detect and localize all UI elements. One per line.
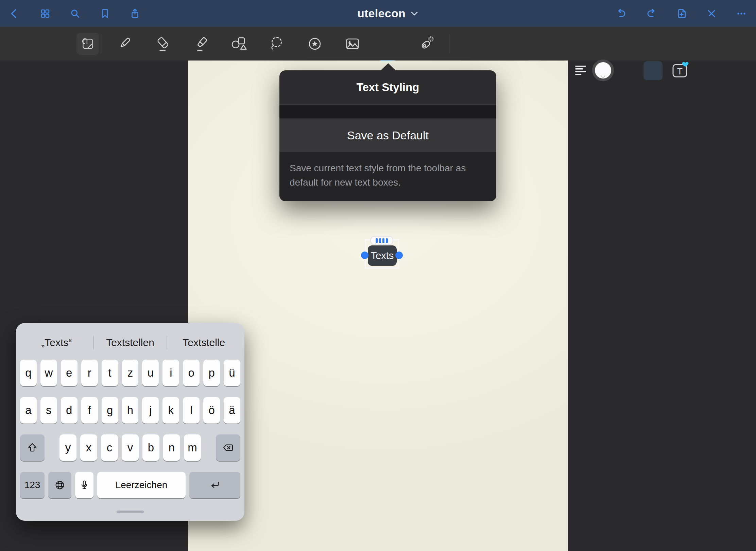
more-ellipsis-icon: [736, 8, 747, 19]
suggestion-bar: „Texts“ Textstellen Textstelle: [20, 333, 240, 352]
tools-toolbar: T HiraginoSans-... 16 T: [0, 27, 756, 61]
toolbar-divider: [101, 34, 101, 53]
suggestion-2[interactable]: Textstelle: [167, 337, 240, 348]
tool-highlight-ghost: [643, 61, 663, 80]
title-chevron-down-icon: [411, 12, 418, 16]
key-s[interactable]: s: [40, 397, 57, 424]
bookmark-button[interactable]: [94, 0, 116, 27]
more-button[interactable]: [731, 0, 752, 27]
suggestion-literal[interactable]: „Texts“: [20, 337, 93, 348]
pen-icon: [115, 35, 133, 53]
textbox-content[interactable]: Texts: [368, 245, 397, 266]
textbox-left-resize-handle[interactable]: [361, 252, 368, 259]
favorite-text-style-button[interactable]: T: [669, 60, 691, 81]
back-button[interactable]: [4, 0, 25, 27]
keyboard-drag-handle[interactable]: [117, 511, 144, 513]
globe-icon: [54, 479, 66, 491]
text-color-button[interactable]: [592, 59, 614, 81]
eraser-tool-button[interactable]: [153, 34, 173, 54]
stylus-toggle-button[interactable]: [701, 0, 722, 27]
stylus-disable-icon: [706, 8, 717, 19]
search-button[interactable]: [64, 0, 86, 27]
key-g[interactable]: g: [102, 397, 118, 424]
drag-handle-bar: [376, 238, 378, 243]
key-c[interactable]: c: [101, 434, 118, 461]
key-a-umlaut[interactable]: ä: [224, 397, 240, 424]
key-i[interactable]: i: [162, 360, 179, 386]
numbers-key[interactable]: 123: [20, 472, 45, 498]
key-z[interactable]: z: [122, 360, 139, 386]
key-w[interactable]: w: [40, 360, 57, 386]
shift-icon: [27, 442, 38, 453]
key-k[interactable]: k: [162, 397, 179, 424]
sticker-star-icon: [306, 35, 324, 53]
key-b[interactable]: b: [142, 434, 159, 461]
key-l[interactable]: l: [183, 397, 200, 424]
stickers-tool-button[interactable]: [305, 34, 325, 54]
lasso-tool-button[interactable]: [267, 34, 287, 54]
highlighter-tool-button[interactable]: [191, 34, 211, 54]
popover-title: Text Styling: [279, 70, 496, 105]
return-key[interactable]: [189, 472, 240, 498]
key-u[interactable]: u: [142, 360, 159, 386]
backspace-key[interactable]: [216, 434, 240, 461]
popover-description-section: Save current text style from the toolbar…: [279, 152, 496, 201]
mic-key[interactable]: [75, 472, 93, 498]
key-n[interactable]: n: [163, 434, 180, 461]
text-align-button[interactable]: [573, 63, 589, 78]
document-title-button[interactable]: utelecon: [337, 0, 439, 27]
app-screen: utelecon: [0, 0, 756, 551]
key-u-umlaut[interactable]: ü: [224, 360, 240, 386]
color-swatch: [595, 62, 611, 79]
floating-keyboard: „Texts“ Textstellen Textstelle q w e r t…: [16, 323, 244, 521]
key-o[interactable]: o: [183, 360, 200, 386]
favorite-text-icon: T: [669, 60, 691, 81]
text-styling-popover: Text Styling Save as Default Save curren…: [279, 70, 496, 201]
add-page-icon: [676, 8, 687, 19]
page-view-button[interactable]: [76, 33, 99, 55]
laser-tool-button[interactable]: [416, 34, 436, 54]
key-x[interactable]: x: [80, 434, 97, 461]
row3-letters: y x c v b n m: [59, 434, 201, 461]
document-title: utelecon: [357, 7, 406, 20]
textbox-right-resize-handle[interactable]: [395, 252, 403, 259]
key-j[interactable]: j: [142, 397, 159, 424]
image-tool-button[interactable]: [343, 34, 362, 54]
suggestion-1[interactable]: Textstellen: [94, 337, 167, 348]
popover-description: Save current text style from the toolbar…: [290, 161, 482, 190]
key-e[interactable]: e: [61, 360, 78, 386]
save-as-default-button[interactable]: Save as Default: [279, 118, 496, 152]
globe-key[interactable]: [48, 472, 71, 498]
key-v[interactable]: v: [122, 434, 139, 461]
key-r[interactable]: r: [81, 360, 98, 386]
textbox-drag-handle[interactable]: [370, 236, 393, 245]
key-p[interactable]: p: [203, 360, 220, 386]
thumbnails-button[interactable]: [34, 0, 56, 27]
keyboard-row-1: q w e r t z u i o p ü: [20, 360, 240, 386]
key-m[interactable]: m: [184, 434, 201, 461]
space-key[interactable]: Leerzeichen: [97, 472, 186, 498]
keyboard-row-2: a s d f g h j k l ö ä: [20, 397, 240, 424]
mic-icon: [79, 479, 90, 491]
search-icon: [69, 8, 81, 19]
key-d[interactable]: d: [61, 397, 78, 424]
svg-text:T: T: [677, 66, 683, 76]
key-t[interactable]: t: [102, 360, 118, 386]
shift-key[interactable]: [20, 434, 45, 461]
key-q[interactable]: q: [20, 360, 37, 386]
pen-tool-button[interactable]: [114, 34, 134, 54]
redo-button[interactable]: [641, 0, 663, 27]
key-f[interactable]: f: [81, 397, 98, 424]
undo-button[interactable]: [610, 0, 632, 27]
highlighter-icon: [192, 35, 210, 53]
key-o-umlaut[interactable]: ö: [203, 397, 220, 424]
heart-icon: [682, 62, 689, 67]
return-icon: [209, 479, 221, 491]
add-page-button[interactable]: [671, 0, 692, 27]
share-button[interactable]: [124, 0, 146, 27]
key-y[interactable]: y: [59, 434, 76, 461]
eraser-icon: [154, 35, 172, 53]
shapes-tool-button[interactable]: [229, 34, 248, 54]
key-a[interactable]: a: [20, 397, 37, 424]
key-h[interactable]: h: [122, 397, 139, 424]
